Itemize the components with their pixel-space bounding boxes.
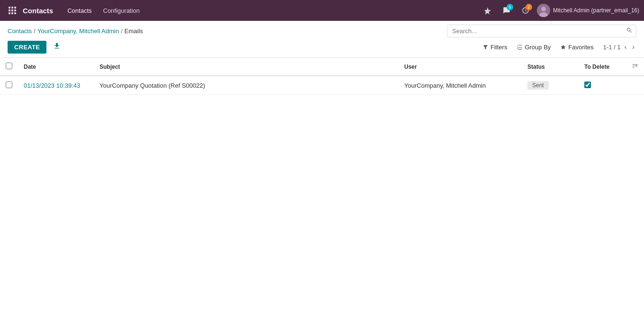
col-settings-icon [632,63,638,69]
page-header: Contacts / YourCompany, Mitchell Admin /… [0,21,644,58]
apps-menu-button[interactable] [5,3,20,18]
favorites-label: Favorites [568,44,593,51]
app-brand: Contacts [23,7,53,15]
status-badge: Sent [527,81,549,90]
download-button[interactable] [50,40,63,54]
filters-label: Filters [490,44,507,51]
breadcrumb-sep-0: / [34,27,36,35]
activity-badge: 2 [526,4,532,10]
nav-link-contacts[interactable]: Contacts [63,4,96,17]
user-menu-button[interactable]: Mitchell Admin (partner_email_16) [537,4,639,17]
search-icon[interactable] [626,27,633,35]
email-list-table: Date Subject User Status To Delete 01/13… [0,58,644,95]
col-header-status[interactable]: Status [522,58,579,76]
filter-group: Filters Group By Favorites [479,41,598,53]
row-status: Sent [522,76,579,95]
waffle-icon [9,7,16,14]
select-all-checkbox[interactable] [6,63,12,69]
left-actions: CREATE [8,40,63,54]
breadcrumb-part-0[interactable]: Contacts [8,27,32,35]
to-delete-checkbox[interactable] [584,82,591,88]
activity-icon-btn[interactable]: 2 [518,3,533,18]
row-date: 01/13/2023 10:39:43 [18,76,94,95]
breadcrumb: Contacts / YourCompany, Mitchell Admin /… [8,27,143,35]
col-header-subject[interactable]: Subject [94,58,399,76]
header-row1: Contacts / YourCompany, Mitchell Admin /… [8,25,636,37]
groupby-button[interactable]: Group By [513,41,554,53]
chat-icon-btn[interactable]: 5 [499,3,514,18]
content-area: Contacts / YourCompany, Mitchell Admin /… [0,21,644,328]
col-header-to-delete[interactable]: To Delete [579,58,626,76]
col-header-user[interactable]: User [399,58,522,76]
col-header-settings[interactable] [626,58,644,76]
breadcrumb-part-2: Emails [125,27,143,35]
row-checkbox-cell[interactable] [0,76,18,95]
table-row[interactable]: 01/13/2023 10:39:43 YourCompany Quotatio… [0,76,644,95]
nav-link-configuration[interactable]: Configuration [99,4,145,17]
pagination: 1-1 / 1 ‹ › [603,42,636,52]
row-to-delete[interactable] [579,76,626,95]
row-subject: YourCompany Quotation (Ref S00022) [94,76,399,95]
avatar-image [537,4,550,17]
pagination-prev[interactable]: ‹ [623,42,629,52]
svg-point-1 [541,7,546,11]
search-wrapper [447,25,636,37]
star-icon-btn[interactable] [480,3,495,18]
nav-links: Contacts Configuration [63,4,480,17]
filters-button[interactable]: Filters [479,41,511,53]
pagination-next[interactable]: › [630,42,636,52]
header-row2: CREATE Filters Group By [8,40,636,54]
nav-right-area: 5 2 Mitchell Admin (partner_email_16) [480,3,639,18]
select-all-header[interactable] [0,58,18,76]
breadcrumb-sep-1: / [121,27,123,35]
download-icon [53,42,61,50]
row-settings [626,76,644,95]
row-user: YourCompany, Mitchell Admin [399,76,522,95]
create-button[interactable]: CREATE [8,41,46,54]
favorites-icon [560,44,566,50]
row-checkbox[interactable] [6,82,12,88]
user-name-label: Mitchell Admin (partner_email_16) [553,7,639,14]
col-header-date[interactable]: Date [18,58,94,76]
groupby-label: Group By [525,44,551,51]
right-actions: Filters Group By Favorites 1-1 / 1 ‹ › [479,41,636,53]
filter-icon [482,44,489,50]
avatar [537,4,550,17]
chat-badge: 5 [507,4,513,10]
table-header-row: Date Subject User Status To Delete [0,58,644,76]
star-icon [484,7,491,14]
pagination-text: 1-1 / 1 [603,44,621,51]
favorites-button[interactable]: Favorites [556,41,597,53]
breadcrumb-part-1[interactable]: YourCompany, Mitchell Admin [37,27,119,35]
search-input[interactable] [447,25,636,37]
groupby-icon [517,44,523,50]
top-navigation: Contacts Contacts Configuration 5 2 Mitc… [0,0,644,21]
